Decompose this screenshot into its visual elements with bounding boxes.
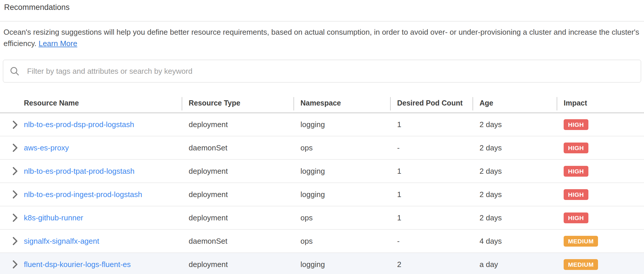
search-input[interactable] [26, 66, 634, 76]
page-title: Recommendations [0, 0, 644, 12]
age-cell: 2 days [473, 159, 557, 183]
resource-type-cell: daemonSet [182, 229, 293, 253]
pod-count-cell: - [390, 229, 473, 253]
pod-count-cell: 1 [390, 113, 473, 136]
impact-badge: MEDIUM [564, 236, 598, 247]
resource-type-cell: deployment [182, 113, 293, 136]
column-header-resource-name: Resource Name [0, 94, 182, 113]
resource-name-link[interactable]: nlb-to-es-prod-ingest-prod-logstash [24, 190, 142, 199]
table-row[interactable]: signalfx-signalfx-agent daemonSet ops - … [0, 229, 644, 253]
table-row[interactable]: fluent-dsp-kourier-logs-fluent-es deploy… [0, 253, 644, 274]
column-header-age: Age [473, 94, 557, 113]
table-header: Resource Name Resource Type Namespace De… [0, 94, 644, 113]
resource-name-cell: nlb-to-es-prod-ingest-prod-logstash [0, 183, 182, 206]
title-divider [0, 21, 644, 22]
resource-type-cell: deployment [182, 159, 293, 183]
impact-cell: MEDIUM [557, 253, 644, 274]
table-row[interactable]: nlb-to-es-prod-tpat-prod-logstash deploy… [0, 159, 644, 183]
expand-chevron-icon[interactable] [12, 260, 19, 269]
impact-badge: HIGH [564, 119, 588, 130]
expand-chevron-icon[interactable] [12, 120, 19, 129]
column-header-resource-type: Resource Type [182, 94, 293, 113]
description-line1: Ocean's resizing suggestions will help y… [3, 27, 640, 38]
column-header-desired-pod-count: Desired Pod Count [390, 94, 473, 113]
resource-name-cell: aws-es-proxy [0, 136, 182, 159]
pod-count-cell: 2 [390, 253, 473, 274]
pod-count-cell: 1 [390, 159, 473, 183]
resource-name-cell: signalfx-signalfx-agent [0, 229, 182, 253]
search-bar[interactable] [3, 60, 641, 82]
expand-chevron-icon[interactable] [12, 237, 19, 245]
expand-chevron-icon[interactable] [12, 190, 19, 199]
resource-type-cell: deployment [182, 206, 293, 229]
impact-cell: HIGH [557, 136, 644, 159]
table-row[interactable]: aws-es-proxy daemonSet ops - 2 days HIGH [0, 136, 644, 159]
namespace-cell: ops [293, 229, 390, 253]
resource-type-cell: daemonSet [182, 136, 293, 159]
resource-name-link[interactable]: fluent-dsp-kourier-logs-fluent-es [24, 260, 131, 269]
column-header-impact: Impact [557, 94, 644, 113]
resource-name-link[interactable]: nlb-to-es-prod-tpat-prod-logstash [24, 167, 135, 176]
table-row[interactable]: nlb-to-es-prod-ingest-prod-logstash depl… [0, 183, 644, 206]
impact-badge: HIGH [564, 166, 588, 177]
search-icon [10, 66, 20, 76]
age-cell: 2 days [473, 183, 557, 206]
resource-name-cell: nlb-to-es-prod-tpat-prod-logstash [0, 159, 182, 183]
namespace-cell: ops [293, 136, 390, 159]
expand-chevron-icon[interactable] [12, 213, 19, 222]
impact-cell: HIGH [557, 113, 644, 136]
age-cell: 2 days [473, 136, 557, 159]
description: Ocean's resizing suggestions will help y… [3, 27, 640, 49]
resource-name-cell: nlb-to-es-prod-dsp-prod-logstash [0, 113, 182, 136]
impact-badge: HIGH [564, 212, 588, 223]
impact-badge: HIGH [564, 189, 588, 200]
namespace-cell: logging [293, 183, 390, 206]
recommendations-page: Recommendations Ocean's resizing suggest… [0, 0, 644, 274]
resource-type-cell: deployment [182, 183, 293, 206]
resource-name-cell: k8s-github-runner [0, 206, 182, 229]
pod-count-cell: 1 [390, 183, 473, 206]
namespace-cell: ops [293, 206, 390, 229]
expand-chevron-icon[interactable] [12, 143, 19, 152]
pod-count-cell: 1 [390, 206, 473, 229]
namespace-cell: logging [293, 253, 390, 274]
impact-cell: HIGH [557, 183, 644, 206]
namespace-cell: logging [293, 113, 390, 136]
description-line2: efficiency. [3, 39, 36, 48]
expand-chevron-icon[interactable] [12, 167, 19, 175]
age-cell: a day [473, 253, 557, 274]
column-header-namespace: Namespace [293, 94, 390, 113]
resource-name-link[interactable]: nlb-to-es-prod-dsp-prod-logstash [24, 120, 134, 129]
impact-cell: HIGH [557, 159, 644, 183]
resource-name-link[interactable]: k8s-github-runner [24, 213, 83, 222]
impact-cell: MEDIUM [557, 229, 644, 253]
impact-badge: MEDIUM [564, 259, 598, 270]
age-cell: 2 days [473, 206, 557, 229]
impact-badge: HIGH [564, 143, 588, 153]
learn-more-link[interactable]: Learn More [38, 39, 77, 48]
namespace-cell: logging [293, 159, 390, 183]
age-cell: 2 days [473, 113, 557, 136]
resource-type-cell: deployment [182, 253, 293, 274]
age-cell: 4 days [473, 229, 557, 253]
resource-name-link[interactable]: signalfx-signalfx-agent [24, 237, 99, 246]
recommendations-table: Resource Name Resource Type Namespace De… [0, 94, 644, 274]
impact-cell: HIGH [557, 206, 644, 229]
table-row[interactable]: k8s-github-runner deployment ops 1 2 day… [0, 206, 644, 229]
resource-name-link[interactable]: aws-es-proxy [24, 143, 69, 152]
pod-count-cell: - [390, 136, 473, 159]
table-row[interactable]: nlb-to-es-prod-dsp-prod-logstash deploym… [0, 113, 644, 136]
resource-name-cell: fluent-dsp-kourier-logs-fluent-es [0, 253, 182, 274]
